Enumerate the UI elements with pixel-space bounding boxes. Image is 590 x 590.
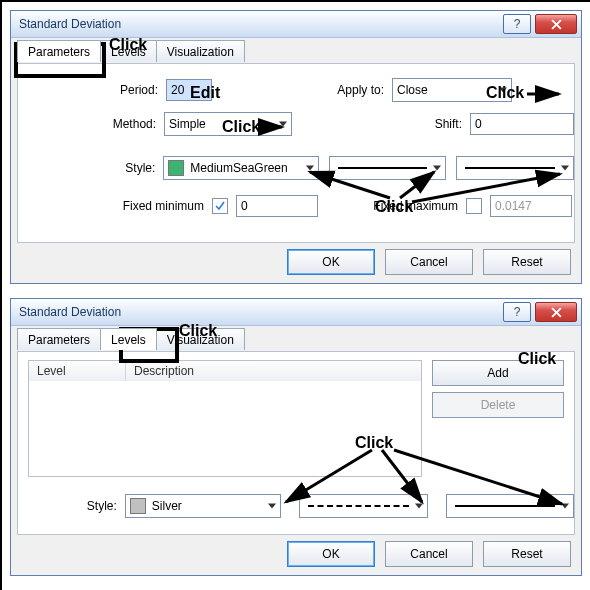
levels-list[interactable] [28,381,422,477]
col-level: Level [29,361,126,381]
parameters-panel: Period: Apply to: Close Method: Simple S… [17,63,575,243]
chevron-down-icon [415,504,423,509]
reset-button[interactable]: Reset [483,541,571,567]
period-label: Period: [18,83,166,97]
cancel-button[interactable]: Cancel [385,541,473,567]
dialog-standard-deviation-1: Standard Deviation ? Parameters Levels V… [10,10,582,284]
chevron-down-icon [561,504,569,509]
color-swatch-icon [130,498,146,514]
close-button[interactable] [535,302,577,322]
method-value: Simple [169,117,206,131]
dialog-standard-deviation-2: Standard Deviation ? Parameters Levels V… [10,298,582,576]
ok-button[interactable]: OK [287,249,375,275]
col-description: Description [126,361,421,381]
tab-bar: Parameters Levels Visualization [11,38,581,62]
chevron-down-icon [499,88,507,93]
shift-label: Shift: [292,117,470,131]
fixedmin-label: Fixed minimum [18,199,212,213]
tab-levels[interactable]: Levels [100,328,157,350]
tab-levels[interactable]: Levels [100,40,157,62]
color-select[interactable]: MediumSeaGreen [163,156,318,180]
levels-panel: Level Description Add Delete Style: Silv… [17,351,575,535]
applyto-label: Apply to: [212,83,392,97]
levels-list-header: Level Description [28,360,422,382]
help-button[interactable]: ? [503,14,531,34]
window-title: Standard Deviation [11,305,501,319]
fixedmax-input[interactable] [490,195,572,217]
fixedmin-input[interactable] [236,195,318,217]
method-select[interactable]: Simple [164,112,292,136]
period-input[interactable] [166,79,212,101]
color-select[interactable]: Silver [125,494,281,518]
window-title: Standard Deviation [11,17,501,31]
line-style-select[interactable] [299,494,427,518]
applyto-select[interactable]: Close [392,78,512,102]
close-button[interactable] [535,14,577,34]
color-swatch-icon [168,160,184,176]
chevron-down-icon [306,166,314,171]
close-icon [551,19,562,30]
dialog-buttons: OK Cancel Reset [287,249,571,275]
dialog-buttons: OK Cancel Reset [287,541,571,567]
line-style-select[interactable] [329,156,447,180]
chevron-down-icon [268,504,276,509]
ok-button[interactable]: OK [287,541,375,567]
titlebar[interactable]: Standard Deviation ? [11,299,581,326]
tab-parameters[interactable]: Parameters [17,40,101,62]
help-button[interactable]: ? [503,302,531,322]
fixedmin-checkbox[interactable] [212,198,228,214]
color-value: Silver [152,499,182,513]
chevron-down-icon [433,166,441,171]
tab-visualization[interactable]: Visualization [156,328,245,350]
chevron-down-icon [561,166,569,171]
tab-parameters[interactable]: Parameters [17,328,101,350]
close-icon [551,307,562,318]
fixedmax-checkbox[interactable] [466,198,482,214]
applyto-value: Close [397,83,428,97]
style-label: Style: [18,161,163,175]
add-button[interactable]: Add [432,360,564,386]
color-value: MediumSeaGreen [190,161,287,175]
tab-bar: Parameters Levels Visualization [11,326,581,350]
cancel-button[interactable]: Cancel [385,249,473,275]
shift-input[interactable] [470,113,574,135]
method-label: Method: [18,117,164,131]
reset-button[interactable]: Reset [483,249,571,275]
style-label: Style: [18,499,125,513]
fixedmax-label: Fixed maximum [318,199,466,213]
delete-button: Delete [432,392,564,418]
line-width-select[interactable] [446,494,574,518]
chevron-down-icon [279,122,287,127]
titlebar[interactable]: Standard Deviation ? [11,11,581,38]
tab-visualization[interactable]: Visualization [156,40,245,62]
line-width-select[interactable] [456,156,574,180]
